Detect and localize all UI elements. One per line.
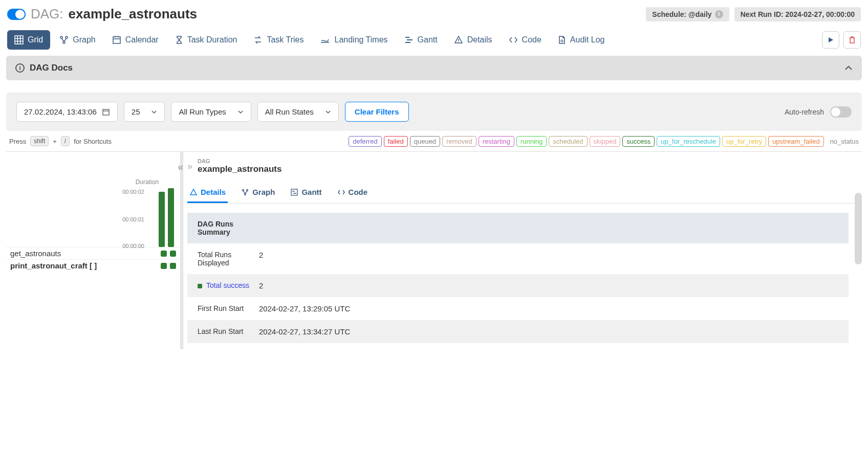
chevron-down-icon [237, 110, 244, 114]
calendar-icon [112, 35, 121, 44]
scrollbar-thumb[interactable] [855, 193, 862, 264]
duration-chart: 00:00:02 00:00:01 00:00:00 [108, 186, 176, 247]
tab-audit-log[interactable]: Audit Log [551, 30, 612, 50]
total-success-link[interactable]: Total success [206, 281, 249, 289]
first-run-label: First Run Start [198, 304, 259, 313]
sub-tab-details-label: Details [201, 188, 226, 196]
summary-row: First Run Start 2024-02-27, 13:29:05 UTC [187, 297, 849, 320]
tab-landing-times[interactable]: Landing Times [313, 30, 395, 50]
legend-chip-success[interactable]: success [622, 136, 655, 147]
total-runs-value: 2 [259, 251, 838, 267]
svg-point-17 [561, 40, 563, 42]
legend-chip-deferred[interactable]: deferred [349, 136, 381, 147]
file-icon [558, 35, 566, 44]
auto-refresh-label: Auto-refresh [785, 108, 824, 116]
tab-details-label: Details [467, 35, 492, 44]
sub-tab-gantt-label: Gantt [301, 188, 321, 196]
tab-graph-label: Graph [73, 35, 95, 44]
kbd-slash: / [61, 136, 70, 146]
total-success-value: 2 [259, 281, 838, 290]
code-icon [337, 189, 345, 195]
ytick: 00:00:00 [122, 243, 144, 249]
run-bar[interactable] [159, 192, 165, 247]
last-run-value: 2024-02-27, 13:34:27 UTC [259, 327, 838, 336]
run-bar[interactable] [168, 188, 174, 247]
header-bar: DAG: example_astronauts Schedule: @daily… [0, 0, 868, 28]
date-filter[interactable]: 27.02.2024, 13:43:06 [16, 102, 118, 122]
ytick: 00:00:02 [122, 189, 144, 195]
chevron-up-icon [844, 65, 853, 71]
tab-grid[interactable]: Grid [7, 30, 50, 50]
tab-task-tries-label: Task Tries [267, 35, 303, 44]
clear-filters-button[interactable]: Clear Filters [345, 102, 409, 122]
info-icon[interactable]: i [715, 10, 723, 18]
next-run-label: Next Run ID: 2024-02-27, 00:00:00 [741, 10, 855, 18]
chevron-down-icon [325, 110, 331, 114]
count-filter-value: 25 [132, 107, 140, 116]
task-row[interactable]: get_astronauts [6, 247, 180, 259]
legend-chip-skipped[interactable]: skipped [590, 136, 621, 147]
task-instance[interactable] [170, 251, 176, 257]
next-run-badge[interactable]: Next Run ID: 2024-02-27, 00:00:00 [734, 7, 861, 21]
tab-gantt[interactable]: Gantt [397, 30, 445, 50]
tab-code[interactable]: Code [502, 30, 549, 50]
run-types-filter[interactable]: All Run Types [171, 102, 251, 122]
warning-icon [454, 35, 463, 44]
dag-title: example_astronauts [69, 6, 197, 22]
legend-chip-upstream_failed[interactable]: upstream_failed [768, 136, 824, 147]
schedule-badge: Schedule: @daily i [646, 7, 729, 21]
tab-graph[interactable]: Graph [52, 30, 102, 50]
sub-tab-code[interactable]: Code [335, 184, 370, 203]
legend-chip-up_for_retry[interactable]: up_for_retry [722, 136, 766, 147]
legend-no-status: no_status [830, 138, 859, 145]
task-row[interactable]: print_astronaut_craft [ ] [6, 259, 180, 272]
task-instance[interactable] [161, 251, 167, 257]
run-states-filter[interactable]: All Run States [257, 102, 339, 122]
summary-row: Total success 2 [187, 274, 849, 297]
dag-docs-panel[interactable]: i DAG Docs [6, 56, 862, 80]
detail-sub-tabs: Details Graph Gantt Code [187, 184, 858, 204]
dag-docs-title: DAG Docs [30, 63, 73, 73]
date-filter-value: 27.02.2024, 13:43:06 [24, 107, 97, 116]
ytick: 00:00:01 [122, 216, 144, 222]
task-instance[interactable] [161, 263, 167, 269]
svg-rect-18 [103, 109, 109, 115]
shortcuts-prefix: Press [9, 138, 26, 145]
legend-chip-restarting[interactable]: restarting [479, 136, 514, 147]
graph-icon [59, 35, 69, 44]
sub-tab-graph[interactable]: Graph [239, 184, 277, 203]
svg-point-6 [66, 36, 68, 38]
trigger-dag-button[interactable] [822, 31, 839, 49]
dag-enable-toggle[interactable] [7, 9, 26, 20]
run-types-value: All Run Types [179, 107, 226, 116]
code-icon [509, 36, 518, 43]
breadcrumb-name: example_astronauts [198, 164, 281, 174]
count-filter[interactable]: 25 [124, 102, 165, 122]
legend-chip-up_for_reschedule[interactable]: up_for_reschedule [657, 136, 720, 147]
legend-chip-scheduled[interactable]: scheduled [549, 136, 587, 147]
legend-chip-removed[interactable]: removed [442, 136, 476, 147]
legend-chip-failed[interactable]: failed [384, 136, 408, 147]
collapse-pane-button[interactable]: « [178, 161, 183, 173]
sub-tab-gantt[interactable]: Gantt [288, 184, 323, 203]
tries-icon [253, 35, 263, 44]
first-run-value: 2024-02-27, 13:29:05 UTC [259, 304, 838, 313]
task-name: print_astronaut_craft [ ] [10, 261, 97, 270]
legend-chip-queued[interactable]: queued [410, 136, 440, 147]
gantt-icon [290, 188, 298, 196]
tab-details[interactable]: Details [447, 30, 500, 50]
svg-point-5 [60, 36, 62, 38]
delete-dag-button[interactable] [843, 31, 861, 49]
auto-refresh-toggle[interactable] [830, 106, 852, 118]
tab-calendar[interactable]: Calendar [105, 30, 166, 50]
grid-pane: « Duration 00:00:02 00:00:01 00:00:00 ge… [6, 152, 180, 349]
tab-task-tries[interactable]: Task Tries [246, 30, 311, 50]
task-instance[interactable] [170, 263, 176, 269]
success-dot-icon [198, 284, 202, 288]
sub-tab-details[interactable]: Details [187, 184, 228, 203]
legend-chip-running[interactable]: running [516, 136, 547, 147]
breadcrumb-arrow-icon: » [187, 161, 192, 172]
dag-runs-summary: DAG Runs Summary Total Runs Displayed 2 … [187, 213, 849, 343]
gantt-icon [404, 35, 414, 44]
tab-task-duration[interactable]: Task Duration [168, 30, 245, 50]
